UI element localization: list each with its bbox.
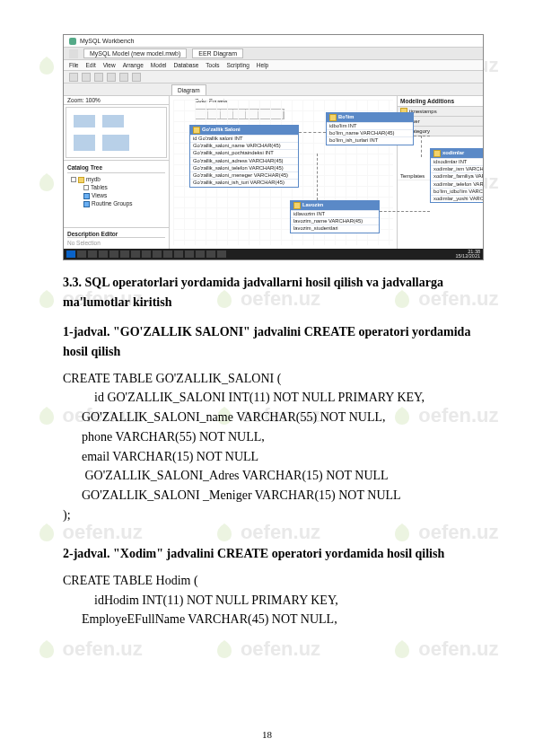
taskbar-item[interactable]: [77, 251, 86, 258]
menu-tools[interactable]: Tools: [206, 62, 219, 68]
erd-col: bo'lim_ish_turlari INT: [327, 136, 413, 144]
tree-item-db[interactable]: mydb: [67, 175, 165, 183]
app-icon: [69, 38, 76, 45]
menu-view[interactable]: View: [103, 62, 116, 68]
erd-col: Go'zallik_saloni_meneger VARCHAR(45): [190, 171, 298, 179]
right-panel-header: Modeling Additions: [398, 96, 483, 107]
diagram-canvas[interactable]: Color Presets Go'zallik Saloni id Go'zal…: [170, 96, 397, 249]
birds-eye-view[interactable]: [64, 105, 169, 161]
erd-col: lavozim_name VARCHAR(45): [291, 217, 379, 224]
menu-scripting[interactable]: Scripting: [227, 62, 249, 68]
menu-help[interactable]: Help: [257, 62, 268, 68]
toolbar: [64, 71, 483, 84]
erd-table-xodimlar[interactable]: xodimlar idxodimlar INT xodimlar_ism VAR…: [430, 148, 484, 203]
erd-table-header: Lavozim: [291, 201, 379, 210]
erd-col: bo'lim_name VARCHAR(45): [327, 129, 413, 136]
code-line: id GO'ZALLIK_SALONI INT(11) NOT NULL PRI…: [63, 388, 484, 408]
toolbar-button[interactable]: [94, 73, 103, 82]
mysql-workbench-screenshot: MySQL Workbench MySQL Model (new model.m…: [63, 34, 484, 260]
diagram-tab[interactable]: Diagram: [171, 84, 206, 95]
catalog-header: Catalog Tree: [67, 163, 165, 173]
menu-file[interactable]: File: [69, 62, 78, 68]
tree-item-tables[interactable]: Tables: [67, 183, 165, 191]
zoom-row: Zoom: 100%: [64, 96, 169, 105]
erd-table-header: xodimlar: [431, 149, 484, 158]
zoom-value[interactable]: 100%: [85, 97, 101, 103]
menu-bar: File Edit View Arrange Model Database To…: [64, 60, 483, 71]
description-editor: Description Editor No Selection: [64, 227, 169, 249]
erd-table-bolim[interactable]: Bo'lim idbo'lim INT bo'lim_name VARCHAR(…: [326, 112, 414, 145]
erd-col: id Go'zallik saloni INT: [190, 135, 298, 142]
taskbar-item[interactable]: [196, 251, 205, 258]
erd-relationship-line: [421, 136, 422, 157]
taskbar-item[interactable]: [163, 251, 172, 258]
code-line: email VARCHAR(15) NOT NULL: [63, 447, 484, 467]
menu-edit[interactable]: Edit: [85, 62, 95, 68]
toolbar-button[interactable]: [132, 73, 141, 82]
taskbar-item[interactable]: [217, 251, 226, 258]
code-block-1: CREATE TABLE GO'ZALLIK_SALONI ( id GO'ZA…: [63, 369, 484, 525]
taskbar-item[interactable]: [153, 251, 162, 258]
model-tab[interactable]: MySQL Model (new model.mwb): [83, 48, 187, 58]
menu-model[interactable]: Model: [151, 62, 167, 68]
tab-bar: MySQL Model (new model.mwb) EER Diagram: [64, 48, 483, 60]
code-line: phone VARCHAR(55) NOT NULL,: [63, 427, 484, 447]
menu-database[interactable]: Database: [174, 62, 199, 68]
erd-col: Go'zallik_saloni_telefon VARCHAR(45): [190, 164, 298, 171]
erd-relationship-line: [414, 136, 430, 136]
start-button-icon[interactable]: [66, 251, 75, 258]
code-line: idHodim INT(11) NOT NULL PRIMARY KEY,: [63, 591, 484, 611]
erd-table-lavozim[interactable]: Lavozim idlavozim INT lavozim_name VARCH…: [290, 200, 380, 233]
taskbar-item[interactable]: [88, 251, 97, 258]
erd-table-gozallik[interactable]: Go'zallik Saloni id Go'zallik saloni INT…: [189, 125, 299, 188]
erd-table-header: Bo'lim: [327, 113, 413, 122]
description-hint: No Selection: [67, 238, 165, 246]
erd-col: Go'zallik_saloni_pochtaindeksi INT: [190, 149, 298, 156]
document-body: 3.3. SQL operatorlari yordamida jadvalla…: [63, 273, 484, 629]
menu-arrange[interactable]: Arrange: [123, 62, 144, 68]
code-block-2: CREATE TABLE Hodim ( idHodim INT(11) NOT…: [63, 571, 484, 629]
tree-item-views[interactable]: Views: [67, 191, 165, 199]
window-titlebar: MySQL Workbench: [64, 35, 483, 48]
toolbar-button[interactable]: [119, 73, 128, 82]
taskbar-item[interactable]: [99, 251, 108, 258]
home-icon[interactable]: [69, 49, 78, 58]
code-line: CREATE TABLE GO'ZALLIK_SALONI (: [63, 369, 484, 389]
tree-item-routines[interactable]: Routine Groups: [67, 199, 165, 207]
toolbar-button[interactable]: [69, 73, 78, 82]
designer-tabs: Diagram: [64, 84, 483, 96]
code-line: GO'ZALLIK_SALONI_name VARCHAR(55) NOT NU…: [63, 408, 484, 427]
erd-col: bo'lim_idbo'lim VARCHAR(45): [431, 188, 484, 195]
erd-col: Go'zallik_saloni_adress VARCHAR(45): [190, 157, 298, 164]
taskbar-item[interactable]: [185, 251, 194, 258]
code-line: CREATE TABLE Hodim (: [63, 571, 484, 591]
taskbar-item[interactable]: [131, 251, 140, 258]
taskbar-clock: 21:38 15/12/2021: [455, 250, 480, 259]
erd-col: Go'zallik_saloni_ish_turi VARCHAR(45): [190, 179, 298, 186]
birds-eye-thumb: [66, 107, 167, 158]
erd-col: idbo'lim INT: [327, 122, 413, 129]
window-title: MySQL Workbench: [80, 38, 134, 44]
erd-relationship-line: [317, 154, 318, 200]
erd-col: xodimlar_yoshi VARCHAR(45): [431, 195, 484, 202]
erd-col: Go'zallik_saloni_name VARCHAR(45): [190, 142, 298, 149]
jadval-1-heading: 1-jadval. "GO'ZALLIK SALONI" jadvalini C…: [63, 322, 484, 361]
code-line: EmployeEFullName VARCHAR(45) NOT NULL,: [63, 610, 484, 629]
eer-tab[interactable]: EER Diagram: [192, 48, 243, 58]
erd-relationship-line: [299, 132, 326, 133]
erd-col: lavozim_studentlari: [291, 224, 379, 232]
erd-col: xodimlar_ism VARCHAR(45): [431, 165, 484, 172]
erd-col: xodimlar_familiya VARCHAR(45): [431, 172, 484, 180]
taskbar-item[interactable]: [174, 251, 183, 258]
jadval-2-heading: 2-jadval. "Xodim" jadvalini CREATE opera…: [63, 544, 484, 564]
taskbar-item[interactable]: [142, 251, 151, 258]
taskbar-item[interactable]: [120, 251, 129, 258]
toolbar-button[interactable]: [107, 73, 116, 82]
erd-table-header: Go'zallik Saloni: [190, 126, 298, 135]
taskbar-item[interactable]: [109, 251, 118, 258]
catalog-tree: Catalog Tree mydb Tables Views Routine G…: [64, 161, 169, 227]
taskbar-item[interactable]: [206, 251, 215, 258]
zoom-label: Zoom:: [67, 97, 83, 103]
toolbar-button[interactable]: [82, 73, 91, 82]
erd-col: idxodimlar INT: [431, 158, 484, 165]
